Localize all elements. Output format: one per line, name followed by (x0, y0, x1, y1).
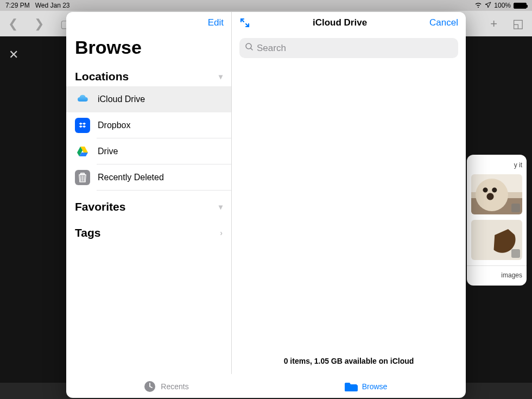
search-input[interactable] (257, 43, 453, 54)
forward-icon: ❯ (34, 17, 44, 31)
image-badge-icon (511, 204, 520, 212)
content-title: iCloud Drive (313, 17, 367, 28)
tab-label: Browse (362, 382, 388, 391)
location-gdrive[interactable]: Drive (66, 138, 231, 164)
locations-header[interactable]: Locations ▾ (66, 66, 231, 86)
locations-label: Locations (75, 70, 129, 83)
tags-header[interactable]: Tags › (66, 222, 231, 243)
image-badge-icon (511, 249, 520, 258)
trash-icon (75, 170, 90, 185)
search-field[interactable] (239, 38, 458, 58)
background-thumb (471, 220, 522, 260)
file-picker-modal: Edit Browse Locations ▾ iCloud Drive Dro… (66, 12, 466, 398)
chevron-right-icon: › (220, 229, 223, 237)
browse-title: Browse (66, 34, 231, 66)
location-icloud[interactable]: iCloud Drive (66, 86, 231, 112)
status-bar: 7:29 PM Wed Jan 23 100% (0, 0, 532, 11)
tabs-icon: ◱ (512, 17, 524, 31)
location-dropbox[interactable]: Dropbox (66, 112, 231, 138)
bottom-tabbar: Recents Browse (66, 374, 466, 398)
search-icon (245, 42, 254, 54)
wifi-icon (474, 2, 482, 9)
location-label: Recently Deleted (98, 173, 164, 182)
background-thumb (471, 174, 522, 214)
battery-icon (514, 3, 527, 9)
status-time: 7:29 PM (5, 2, 30, 9)
location-label: iCloud Drive (98, 94, 145, 104)
battery-percent: 100% (494, 2, 511, 9)
location-icon (485, 2, 491, 10)
gdrive-icon (75, 144, 90, 159)
tab-recents[interactable]: Recents (66, 375, 266, 398)
close-icon: ✕ (9, 48, 18, 62)
tab-label: Recents (161, 382, 188, 391)
background-card: y it images (467, 155, 527, 286)
content-pane: iCloud Drive Cancel 0 items, 1.05 GB ava… (232, 12, 466, 374)
plus-icon: + (490, 17, 497, 31)
icloud-icon (75, 92, 90, 107)
status-date: Wed Jan 23 (35, 2, 70, 9)
storage-status: 0 items, 1.05 GB available on iCloud (232, 351, 466, 374)
file-list[interactable] (232, 62, 466, 351)
favorites-label: Favorites (75, 200, 125, 213)
browse-sidebar: Edit Browse Locations ▾ iCloud Drive Dro… (66, 12, 232, 374)
svg-rect-2 (345, 385, 358, 391)
location-label: Dropbox (98, 121, 130, 130)
background-footer-text: images (471, 271, 522, 279)
back-icon: ❮ (8, 17, 18, 31)
tab-browse[interactable]: Browse (266, 375, 466, 398)
location-recently-deleted[interactable]: Recently Deleted (66, 164, 231, 191)
cancel-button[interactable]: Cancel (429, 17, 458, 28)
background-text: y it (471, 161, 522, 169)
location-label: Drive (98, 147, 118, 156)
tags-label: Tags (75, 226, 100, 239)
chevron-down-icon: ▾ (219, 202, 223, 211)
favorites-header[interactable]: Favorites ▾ (66, 196, 231, 217)
chevron-down-icon: ▾ (219, 72, 223, 81)
dropbox-icon (75, 118, 90, 133)
folder-icon (345, 380, 358, 393)
expand-button[interactable] (239, 17, 250, 28)
clock-icon (143, 380, 156, 393)
edit-button[interactable]: Edit (208, 17, 224, 28)
